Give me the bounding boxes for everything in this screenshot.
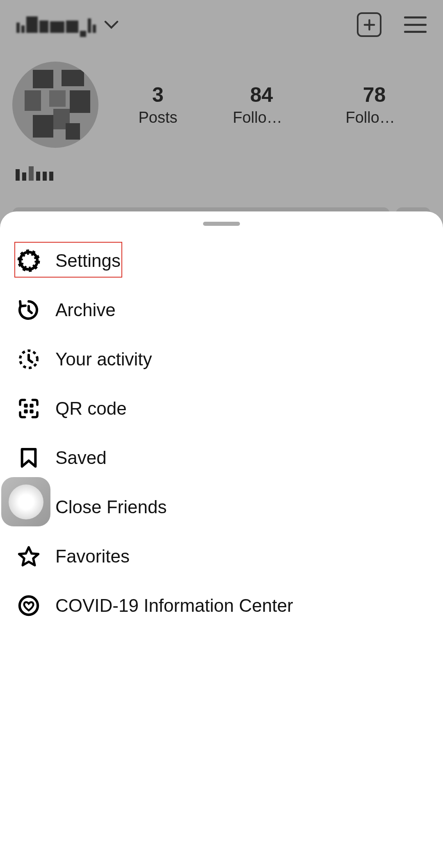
archive-icon [16,298,41,322]
gear-icon [16,248,41,273]
avatar[interactable] [12,62,98,148]
menu-label: Saved [55,448,107,468]
stat-label: Follow… [233,109,290,126]
hamburger-menu-icon[interactable] [404,16,427,33]
star-icon [16,544,41,569]
sheet-grabber[interactable] [203,222,240,226]
svg-rect-7 [30,409,33,413]
stat-label: Posts [138,109,177,126]
floating-widget-inner [9,485,43,519]
create-button[interactable] [357,12,381,37]
menu-label: Close Friends [55,497,167,517]
stat-followers[interactable]: 84 Follow… [233,83,290,126]
stat-label: Follow… [346,109,403,126]
stat-posts[interactable]: 3 Posts [138,83,177,126]
stat-count: 78 [346,83,403,107]
bookmark-icon [16,445,41,470]
svg-rect-6 [24,409,27,413]
menu-item-your-activity[interactable]: Your activity [0,335,443,384]
heart-circle-icon [16,593,41,618]
svg-rect-4 [24,404,27,407]
menu-label: QR code [55,398,127,419]
profile-stats: 3 Posts 84 Follow… 78 Follow… [111,83,431,126]
menu-label: COVID-19 Information Center [55,595,293,616]
qr-code-icon [16,396,41,421]
menu-label: Archive [55,300,116,320]
profile-info-row: 3 Posts 84 Follow… 78 Follow… [0,49,443,156]
stat-count: 84 [233,83,290,107]
bottom-sheet-menu: Settings Archive Your activity QR code [0,211,443,868]
menu-item-saved[interactable]: Saved [0,433,443,482]
svg-point-11 [20,597,38,615]
bio-text [0,156,443,191]
svg-rect-5 [30,404,33,407]
menu-item-close-friends[interactable]: Close Friends [0,482,443,532]
menu-label: Your activity [55,349,152,370]
menu-item-settings[interactable]: Settings [0,236,443,285]
stat-count: 3 [138,83,177,107]
menu-label: Favorites [55,546,130,567]
menu-item-covid[interactable]: COVID-19 Information Center [0,581,443,630]
activity-icon [16,347,41,372]
menu-label: Settings [55,250,121,271]
menu-item-archive[interactable]: Archive [0,285,443,335]
floating-widget[interactable] [1,477,50,526]
menu-item-favorites[interactable]: Favorites [0,532,443,581]
chevron-down-icon[interactable] [104,20,119,29]
profile-header [0,0,443,49]
username-switcher[interactable] [16,16,96,33]
stat-following[interactable]: 78 Follow… [346,83,403,126]
menu-item-qr-code[interactable]: QR code [0,384,443,433]
